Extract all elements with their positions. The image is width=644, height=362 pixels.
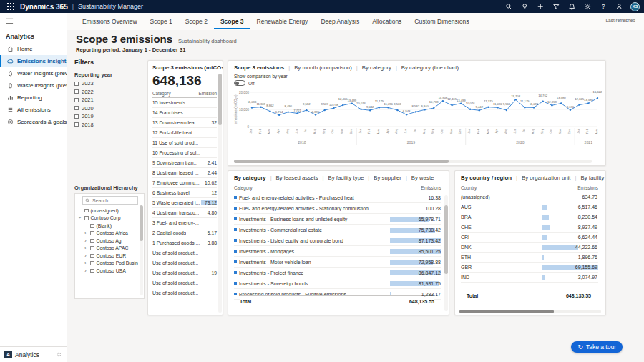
country-horizontal-scrollbar[interactable]	[459, 310, 601, 313]
hamburger-icon[interactable]	[0, 13, 67, 29]
table-row[interactable]: 15 Investments	[152, 98, 217, 108]
chevron-right-icon[interactable]: ›	[83, 245, 88, 250]
table-row[interactable]: (unassigned)634.73	[461, 192, 598, 202]
tree-item-unassigned[interactable]: (unassigned)	[77, 207, 138, 215]
avatar[interactable]: KS	[630, 2, 640, 11]
tree-item-contoso-pod-business[interactable]: ›Contoso Pod Business	[77, 260, 138, 268]
chart-horizontal-scrollbar[interactable]	[234, 160, 592, 163]
table-row[interactable]: Investments - Sovereign bonds81,931.75	[234, 278, 441, 289]
tab-by-facility-type[interactable]: By facility type	[328, 175, 364, 181]
comparison-toggle[interactable]	[234, 80, 245, 86]
tab-deep-analysis[interactable]: Deep Analysis	[314, 14, 366, 29]
sidebar-item-emissions-insights[interactable]: Emissions insights	[0, 55, 67, 67]
tree-item-blank[interactable]: (Blank)	[77, 222, 138, 230]
org-search-input[interactable]	[92, 198, 135, 203]
year-checkbox-2022[interactable]: 2022	[74, 88, 145, 97]
table-row[interactable]: Use of sold product...	[152, 258, 217, 268]
table-row[interactable]: Use of sold product...19	[152, 268, 217, 278]
table-row[interactable]: 9 Downstream tran...2,41	[152, 158, 217, 168]
tab-renewable-energy[interactable]: Renewable Energy	[250, 14, 315, 29]
table-row[interactable]: CHE8,937.49	[461, 222, 598, 233]
chevron-down-icon[interactable]: ›	[77, 215, 82, 220]
tab-by-organization-unit[interactable]: By organization unit	[522, 175, 570, 181]
table-row[interactable]: 10 Processing of sol...	[152, 148, 217, 158]
tree-vertical-scrollbar[interactable]	[140, 205, 143, 295]
chevron-right-icon[interactable]: ›	[83, 230, 88, 235]
table-row[interactable]: ETH1,896.76	[461, 253, 598, 263]
help-icon[interactable]: ?	[596, 0, 610, 13]
table-row[interactable]: 3 Fuel- and energy-...	[152, 218, 217, 228]
table-row[interactable]: Investments - Mortgages85,501.25	[234, 246, 441, 257]
tab-by-category[interactable]: By category	[234, 175, 266, 181]
table-row[interactable]: 13 Downstream lea...32	[152, 118, 217, 128]
table-row[interactable]: Use of sold product...	[152, 288, 217, 298]
tree-item-contoso-apac[interactable]: ›Contoso APAC	[77, 245, 138, 253]
table-row[interactable]: GBR69,155.69	[461, 263, 598, 273]
chevron-right-icon[interactable]: ›	[83, 253, 88, 258]
tab-by-leased-assets[interactable]: By leased assets	[276, 175, 318, 181]
table-row[interactable]: Fuel- and energy-related activities - St…	[234, 203, 441, 214]
table-row[interactable]: Investments - Business loans and unliste…	[234, 214, 441, 225]
emissions-line-chart[interactable]: 010,00020,000emissions (mtCO₂e)11,03311,…	[228, 86, 605, 150]
scope3-vertical-scrollbar[interactable]	[218, 74, 222, 313]
table-row[interactable]: 2 Capital goods5,17	[152, 228, 217, 238]
chevron-right-icon[interactable]: ›	[83, 268, 88, 273]
tree-item-contoso-eur[interactable]: ›Contoso EUR	[77, 252, 138, 260]
sidebar-item-water-insights-previ[interactable]: Water insights (previ...	[0, 67, 67, 79]
chevron-right-icon[interactable]: ›	[83, 260, 88, 265]
table-row[interactable]: 1 Purchased goods ...3,88	[152, 238, 217, 248]
lightbulb-icon[interactable]	[517, 0, 532, 13]
table-row[interactable]: Use of sold product...	[152, 278, 217, 288]
year-checkbox-2021[interactable]: 2021	[74, 96, 145, 104]
search-icon[interactable]	[502, 0, 516, 13]
table-row[interactable]: Investments - Commercial real estate75,7…	[234, 225, 441, 235]
person-icon[interactable]	[612, 0, 626, 13]
table-row[interactable]: IND3,074.97	[461, 273, 598, 283]
sidebar-item-all-emissions[interactable]: All emissions	[0, 104, 67, 116]
year-checkbox-2020[interactable]: 2020	[74, 104, 145, 113]
bell-icon[interactable]	[565, 0, 579, 13]
table-row[interactable]: 6 Business travel12	[152, 188, 217, 198]
plus-icon[interactable]	[533, 0, 547, 13]
tree-item-contoso-usa[interactable]: ›Contoso USA	[77, 267, 138, 275]
table-row[interactable]: 8 Upstream leased ...2,44	[152, 168, 217, 178]
table-row[interactable]: 7 Employee commu...10,62	[152, 178, 217, 188]
sidebar-item-scorecards-goals[interactable]: Scorecards & goals	[0, 116, 67, 128]
brand-name[interactable]: Dynamics 365	[20, 3, 68, 11]
tab-scope-2[interactable]: Scope 2	[179, 14, 214, 29]
table-row[interactable]: 11 Use of sold prod...	[152, 138, 217, 148]
table-row[interactable]: Investments - Listed equity and corporat…	[234, 235, 441, 246]
sidebar-item-waste-insights-previ[interactable]: Waste insights (previ...	[0, 79, 67, 92]
table-row[interactable]: CRI6,624.44	[461, 233, 598, 243]
year-checkbox-2018[interactable]: 2018	[74, 121, 145, 129]
chevron-right-icon[interactable]: ›	[83, 238, 88, 243]
tab-by-category-line-chart[interactable]: By category (line chart)	[401, 64, 459, 71]
tree-item-contoso-corp[interactable]: ›Contoso Corp	[77, 215, 138, 222]
area-switcher[interactable]: A Analytics	[0, 346, 67, 362]
table-row[interactable]: 14 Franchises	[152, 108, 217, 118]
by-category-vertical-scrollbar[interactable]	[444, 195, 448, 311]
table-row[interactable]: AUS6,517.46	[461, 202, 598, 212]
tab-by-category[interactable]: By category	[362, 64, 391, 71]
tab-scope-3-emissions[interactable]: Scope 3 emissions	[234, 64, 284, 71]
sidebar-item-home[interactable]: Home	[0, 43, 67, 55]
table-row[interactable]: 5 Waste generated i...73,12	[152, 198, 217, 208]
tab-emissions-overview[interactable]: Emissions Overview	[76, 14, 144, 29]
last-refreshed-link[interactable]: Last refreshed	[605, 18, 635, 23]
sidebar-item-reporting[interactable]: Reporting	[0, 92, 67, 104]
table-row[interactable]: Use of sold product...	[152, 248, 217, 258]
filter-icon[interactable]	[549, 0, 563, 13]
table-row[interactable]: 12 End-of-life treat...	[152, 128, 217, 138]
tab-by-waste[interactable]: By waste	[411, 175, 434, 181]
table-row[interactable]: BRA8,230.54	[461, 212, 598, 222]
tab-scope-1[interactable]: Scope 1	[144, 14, 179, 29]
tree-item-contoso-africa[interactable]: ›Contoso Africa	[77, 230, 138, 238]
table-row[interactable]: DNK44,222.66	[461, 243, 598, 253]
table-row[interactable]: Fuel- and energy-related activities - Pu…	[234, 192, 441, 203]
year-checkbox-2019[interactable]: 2019	[74, 112, 145, 121]
tab-by-month-comparison[interactable]: By month (comparison)	[294, 64, 352, 71]
tree-item-contoso-ag[interactable]: ›Contoso Ag	[77, 237, 138, 245]
tab-by-facility[interactable]: By facility	[580, 175, 604, 181]
table-row[interactable]: 4 Upstream transpo...4,80	[152, 208, 217, 218]
tab-allocations[interactable]: Allocations	[366, 14, 408, 29]
